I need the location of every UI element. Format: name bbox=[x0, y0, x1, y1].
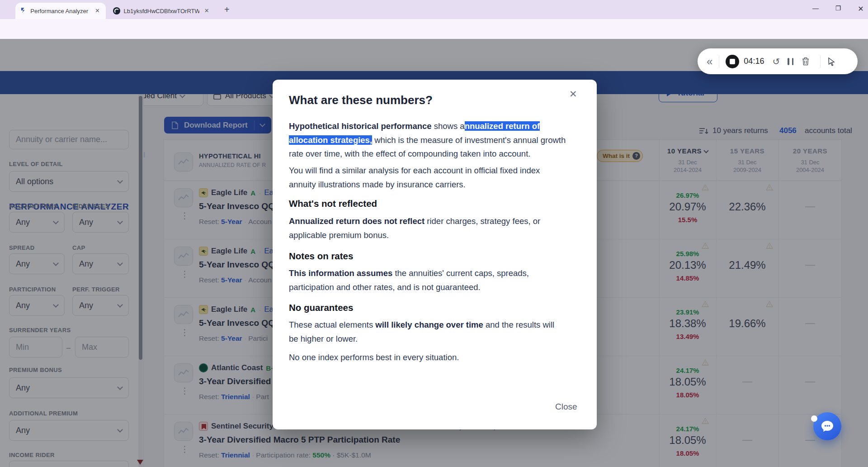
recorder-divider bbox=[719, 55, 719, 68]
modal-paragraph-3: Annualized return does not reflect rider… bbox=[289, 214, 540, 242]
pause-recording-icon[interactable] bbox=[788, 58, 793, 65]
browser-tab-strip: Performance Analyzer - Annuiti ✕ Lb1yksf… bbox=[0, 0, 868, 19]
stop-recording-button[interactable] bbox=[726, 55, 739, 68]
modal-paragraph-6: No one index performs best in every situ… bbox=[289, 351, 459, 365]
tab-title: Lb1yksfdHwCDBfxwTOrRTWh0s bbox=[124, 8, 199, 14]
selected-text: allocation strategies, bbox=[289, 135, 372, 145]
collapse-icon[interactable]: « bbox=[707, 55, 712, 68]
modal-heading-no-guarantees: No guarantees bbox=[289, 302, 353, 313]
screen: Performance Analyzer - Annuiti ✕ Lb1yksf… bbox=[0, 0, 868, 467]
close-tab-icon[interactable]: ✕ bbox=[94, 7, 101, 15]
chat-notification-dot bbox=[811, 415, 817, 422]
window-maximize-button[interactable]: ❐ bbox=[833, 5, 844, 12]
window-minimize-button[interactable]: — bbox=[810, 5, 821, 12]
tab-second[interactable]: Lb1yksfdHwCDBfxwTOrRTWh0s ✕ bbox=[108, 3, 215, 19]
tab-performance-analyzer[interactable]: Performance Analyzer - Annuiti ✕ bbox=[15, 3, 106, 19]
window-close-button[interactable]: ✕ bbox=[855, 5, 866, 13]
delete-recording-icon[interactable] bbox=[802, 57, 810, 66]
restart-recording-icon[interactable]: ↺ bbox=[772, 56, 780, 67]
modal-paragraph-1: Hypothetical historical performance show… bbox=[289, 119, 566, 161]
second-tab-favicon bbox=[113, 7, 120, 14]
modal-close-button[interactable]: Close bbox=[555, 402, 577, 412]
modal-paragraph-2: You will find a similar analysis for eac… bbox=[289, 164, 540, 191]
chat-widget-button[interactable] bbox=[813, 412, 841, 440]
modal-close-icon[interactable]: ✕ bbox=[569, 89, 577, 100]
recording-timer: 04:16 bbox=[744, 57, 764, 66]
modal-heading-not-reflected: What's not reflected bbox=[289, 198, 377, 209]
tab-title: Performance Analyzer - Annuiti bbox=[30, 8, 90, 14]
annuities-genius-favicon bbox=[20, 7, 27, 14]
chat-bubble-icon bbox=[821, 420, 834, 433]
modal-title: What are these numbers? bbox=[289, 93, 433, 107]
selected-text: nnualized return of bbox=[465, 121, 540, 131]
modal-heading-notes-on-rates: Notes on rates bbox=[289, 251, 353, 262]
browser-toolbar: ← → ↻ app.annuitiesgenius.com/market-too… bbox=[0, 19, 868, 39]
close-tab-icon[interactable]: ✕ bbox=[203, 7, 211, 15]
recorder-divider bbox=[820, 55, 821, 68]
cursor-icon[interactable] bbox=[827, 57, 836, 66]
info-modal: What are these numbers? ✕ Hypothetical h… bbox=[273, 80, 597, 429]
modal-paragraph-4: This information assumes the annuities' … bbox=[289, 267, 529, 294]
screen-recorder-toolbar: « 04:16 ↺ bbox=[698, 48, 858, 74]
modal-paragraph-5: These actual elements will likely change… bbox=[289, 318, 554, 346]
new-tab-button[interactable]: + bbox=[224, 5, 230, 15]
